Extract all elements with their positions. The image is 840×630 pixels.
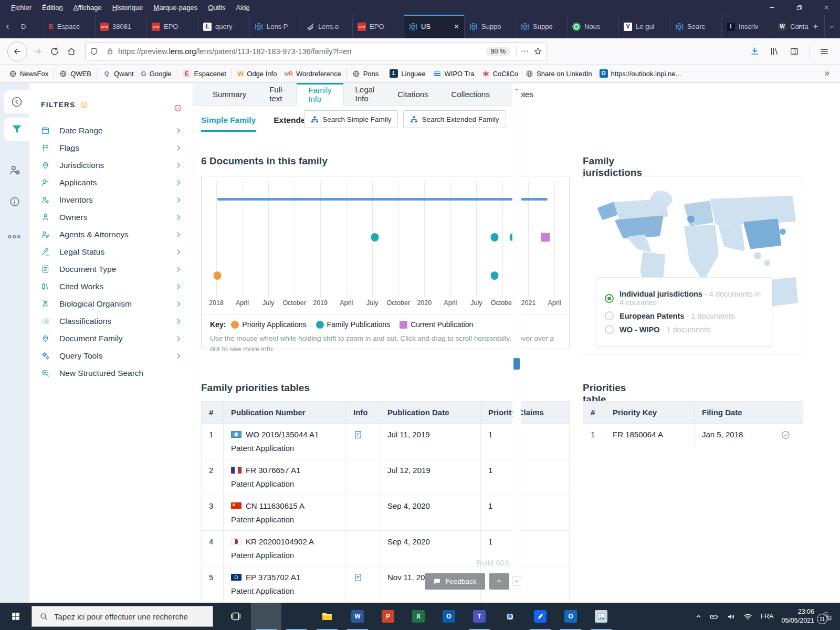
close-button[interactable]	[813, 0, 840, 15]
publication-number[interactable]: FR 3076657 A1	[246, 466, 300, 475]
sidebar-toggle-icon[interactable]	[786, 43, 803, 60]
sidebar-item-document-type[interactable]: Document Type	[41, 260, 182, 278]
browser-tab-lensp[interactable]: Lens P	[250, 15, 301, 38]
bookmark-linguee[interactable]: LLinguee	[386, 68, 429, 79]
browser-tab-searc[interactable]: Searc	[670, 15, 722, 38]
tab-legal-info[interactable]: Legal Info	[344, 83, 386, 105]
sidebar-item-new-structured-search[interactable]: New Structured Search	[41, 364, 182, 382]
browser-tab-38081[interactable]: EPO38081	[96, 15, 147, 38]
browser-tab-us[interactable]: US	[404, 15, 465, 38]
zoom-level-badge[interactable]: 90 %	[486, 47, 511, 56]
wifi-icon[interactable]	[743, 612, 752, 621]
bookmark-qweb[interactable]: QWEB	[56, 68, 95, 79]
taskbar-excel-icon[interactable]: X	[403, 603, 434, 630]
restore-button[interactable]	[785, 0, 813, 15]
menu-aide[interactable]: Aide	[231, 2, 254, 13]
keyboard-language[interactable]: FRA	[760, 613, 773, 620]
data-point-current-publication[interactable]	[541, 233, 550, 242]
taskbar-explorer-icon[interactable]	[312, 603, 342, 630]
taskbar-task-view-icon[interactable]	[220, 603, 251, 630]
menu-outils[interactable]: Outils	[203, 2, 230, 13]
tab-scroll-left-button[interactable]	[0, 15, 16, 38]
sidebar-item-cited-works[interactable]: Cited Works	[41, 278, 182, 295]
document-info-icon[interactable]	[353, 430, 363, 439]
sidebar-item-owners[interactable]: Owners	[41, 208, 182, 226]
data-point-family-publications[interactable]	[371, 233, 379, 242]
sidebar-item-jurisdictions[interactable]: Jurisdictions	[41, 156, 182, 174]
menu-fichier[interactable]: Fichier	[6, 2, 36, 13]
bookmark-pons[interactable]: Pons	[349, 68, 383, 79]
bookmark-wordreference[interactable]: wRWordreference	[280, 68, 344, 79]
home-button[interactable]	[63, 43, 80, 60]
menu-affichage[interactable]: Affichage	[69, 2, 107, 13]
browser-tab-d[interactable]: D	[16, 15, 44, 38]
feedback-button[interactable]: Feedback	[425, 573, 485, 590]
sidebar-item-legal-status[interactable]: Legal Status	[41, 243, 182, 260]
reload-button[interactable]	[46, 43, 63, 60]
data-point-priority-applications[interactable]	[213, 271, 221, 280]
menu-historique[interactable]: Historique	[108, 2, 148, 13]
url-bar[interactable]: https://preview.lens.org/lens/patent/113…	[85, 43, 547, 60]
taskbar-chrome-icon[interactable]	[495, 603, 525, 630]
sidebar-item-document-family[interactable]: Document Family	[41, 330, 182, 347]
minimize-button[interactable]	[758, 0, 785, 15]
browser-tab-suppo[interactable]: Suppo	[465, 15, 516, 38]
tab-notes[interactable]: Notes	[501, 83, 545, 105]
scroll-to-top-button[interactable]	[489, 573, 509, 590]
info-rail-icon[interactable]	[2, 190, 27, 213]
bookmark-espacenet[interactable]: EEspacenet	[179, 68, 230, 79]
back-button[interactable]	[7, 41, 27, 61]
tab-citations[interactable]: Citations	[386, 83, 439, 105]
forward-button[interactable]	[29, 43, 46, 60]
battery-icon[interactable]	[710, 612, 719, 621]
publication-number[interactable]: CN 111630615 A	[246, 501, 304, 510]
bookmark-qwant[interactable]: QQwant	[99, 68, 138, 79]
data-point-family-publications[interactable]	[491, 233, 499, 242]
sidebar-item-query-tools[interactable]: Query Tools	[41, 347, 182, 364]
taskbar-feather-icon[interactable]	[525, 603, 555, 630]
taskbar-photos-icon[interactable]	[586, 603, 616, 630]
taskbar-outlook2-icon[interactable]: O	[555, 603, 586, 630]
bookmarks-overflow-icon[interactable]	[823, 70, 835, 77]
radio-unselected[interactable]	[605, 325, 614, 334]
tab-family-info[interactable]: Family Info	[296, 83, 343, 106]
volume-icon[interactable]	[727, 612, 736, 621]
search-extended-family-button[interactable]: Search Extended Family	[403, 110, 506, 128]
bookmark-star-icon[interactable]	[533, 47, 542, 56]
browser-tab-epo[interactable]: EPOEPO -	[147, 15, 198, 38]
bookmark-google[interactable]: GGoogle	[138, 68, 175, 79]
downloads-icon[interactable]	[746, 43, 763, 60]
scrollbar-down-arrow[interactable]	[512, 576, 521, 586]
notification-center-icon[interactable]: 11	[822, 611, 833, 622]
browser-tab-inscriv[interactable]: iInscriv	[722, 15, 773, 38]
browser-tab-nous[interactable]: Nous	[568, 15, 619, 38]
search-simple-family-button[interactable]: Search Simple Family	[304, 110, 398, 128]
lock-icon[interactable]	[106, 47, 114, 55]
filters-info-icon[interactable]	[80, 101, 88, 109]
browser-tab-conta[interactable]: WConta	[773, 15, 825, 38]
document-info-icon[interactable]	[353, 573, 363, 582]
menu-dition[interactable]: Édition	[37, 2, 68, 13]
tab-full-text[interactable]: Full-text	[258, 83, 296, 105]
jurisdiction-option-individual-jurisdictions[interactable]: Individual jurisdictions - 4 documents i…	[605, 290, 763, 307]
browser-tab-suppo[interactable]: Suppo	[516, 15, 568, 38]
taskbar-outlook-icon[interactable]: O	[434, 603, 464, 630]
user-settings-rail-icon[interactable]	[2, 159, 27, 182]
radio-selected[interactable]	[605, 294, 614, 303]
data-point-family-publications[interactable]	[491, 271, 499, 280]
bookmark-https-outlook-inpi-ne-[interactable]: Ohttps://outlook.inpi.ne...	[596, 68, 685, 79]
bookmark-coclico[interactable]: CoCliCo	[478, 68, 522, 79]
bookmark-odge-info[interactable]: WOdge Info	[234, 68, 280, 79]
radio-unselected[interactable]	[605, 311, 614, 320]
clear-filters-icon[interactable]	[174, 104, 182, 112]
page-actions-icon[interactable]	[520, 47, 529, 56]
timeline-plot-area[interactable]	[208, 182, 563, 297]
scrollbar-up-arrow[interactable]	[512, 85, 521, 94]
sidebar-item-classifications[interactable]: Classifications	[41, 312, 182, 330]
filters-rail-icon[interactable]	[4, 118, 29, 141]
subtab-simple-family[interactable]: Simple Family	[201, 116, 256, 132]
taskbar-word-icon[interactable]: W	[342, 603, 373, 630]
bookmark-wipo-tra[interactable]: WIPO Tra	[429, 68, 478, 79]
jurisdiction-option-wo-wipo[interactable]: WO - WIPO - 1 documents	[605, 325, 763, 334]
taskbar-firefox-icon[interactable]	[251, 603, 281, 630]
